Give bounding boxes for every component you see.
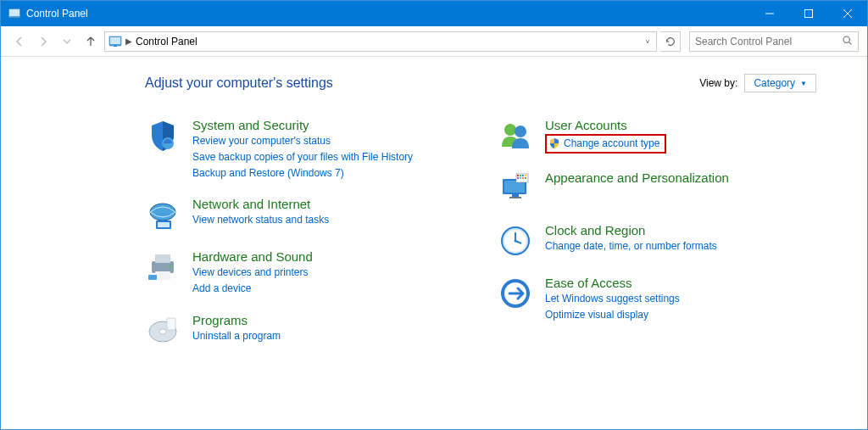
page-title: Adjust your computer's settings <box>145 75 333 91</box>
view-by-select[interactable]: Category ▼ <box>744 74 816 92</box>
category-link[interactable]: Add a device <box>192 282 313 296</box>
category-user-accounts: User Accounts Change account type <box>498 118 816 154</box>
shield-icon <box>145 118 181 154</box>
clock-icon <box>498 223 533 259</box>
svg-rect-35 <box>522 175 524 176</box>
svg-rect-25 <box>167 318 175 330</box>
svg-rect-9 <box>114 46 117 47</box>
category-link-change-account-type[interactable]: Change account type <box>564 137 659 151</box>
search-input[interactable] <box>695 36 831 47</box>
category-system-security: System and Security Review your computer… <box>145 118 464 180</box>
chevron-down-icon: ▼ <box>800 80 807 87</box>
category-columns: System and Security Review your computer… <box>145 118 816 366</box>
maximize-button[interactable] <box>789 1 828 26</box>
category-title[interactable]: Appearance and Personalization <box>545 170 729 185</box>
svg-point-26 <box>504 124 516 136</box>
titlebar-left: Control Panel <box>8 7 88 20</box>
category-link[interactable]: Uninstall a program <box>192 329 281 343</box>
category-title[interactable]: Ease of Access <box>545 276 680 290</box>
view-by-value: Category <box>754 77 795 89</box>
svg-rect-34 <box>520 175 521 176</box>
close-button[interactable] <box>828 1 867 26</box>
view-by-label: View by: <box>699 77 737 89</box>
highlighted-link-box: Change account type <box>545 134 666 154</box>
svg-rect-16 <box>158 222 170 227</box>
search-box[interactable] <box>689 31 859 52</box>
svg-rect-18 <box>155 254 170 263</box>
svg-point-24 <box>159 329 166 334</box>
svg-rect-38 <box>520 177 521 179</box>
category-title[interactable]: Network and Internet <box>192 197 329 211</box>
category-link[interactable]: View devices and printers <box>192 265 313 280</box>
category-link[interactable]: Review your computer's status <box>192 134 413 148</box>
category-title[interactable]: System and Security <box>192 118 413 132</box>
window-title: Control Panel <box>26 8 88 20</box>
category-appearance: Appearance and Personalization <box>498 170 816 206</box>
category-clock-region: Clock and Region Change date, time, or n… <box>498 223 816 259</box>
svg-point-27 <box>515 126 526 137</box>
header-row: Adjust your computer's settings View by:… <box>145 74 816 92</box>
address-bar[interactable]: ▶ Control Panel v <box>104 31 657 52</box>
svg-rect-8 <box>110 37 120 44</box>
address-dropdown[interactable]: v <box>643 37 653 45</box>
printer-icon <box>145 249 181 285</box>
category-title[interactable]: Programs <box>192 313 281 327</box>
svg-point-45 <box>515 240 517 243</box>
search-icon[interactable] <box>842 35 853 48</box>
category-link[interactable]: View network status and tasks <box>192 213 329 227</box>
category-link[interactable]: Let Windows suggest settings <box>545 292 680 306</box>
minimize-button[interactable] <box>750 1 789 26</box>
svg-rect-2 <box>13 18 16 19</box>
svg-rect-1 <box>9 9 19 16</box>
svg-rect-39 <box>522 177 524 179</box>
svg-rect-4 <box>805 10 813 18</box>
svg-point-20 <box>170 265 172 268</box>
recent-dropdown[interactable] <box>57 31 77 52</box>
titlebar: Control Panel <box>1 1 867 26</box>
category-link[interactable]: Backup and Restore (Windows 7) <box>192 166 413 181</box>
users-icon <box>498 118 533 154</box>
control-panel-icon <box>8 7 21 20</box>
column-right: User Accounts Change account type Appear… <box>498 118 816 366</box>
svg-rect-37 <box>517 177 519 179</box>
category-title[interactable]: Hardware and Sound <box>192 249 313 264</box>
breadcrumb-separator: ▶ <box>125 36 132 46</box>
svg-rect-40 <box>525 177 526 179</box>
content-pane: Adjust your computer's settings View by:… <box>1 57 867 383</box>
view-by: View by: Category ▼ <box>699 74 816 92</box>
svg-rect-36 <box>525 175 526 176</box>
svg-rect-31 <box>509 197 521 198</box>
network-icon <box>145 197 181 232</box>
svg-rect-19 <box>155 271 170 280</box>
category-link[interactable]: Change date, time, or number formats <box>545 239 717 254</box>
navbar: ▶ Control Panel v <box>1 26 867 57</box>
category-hardware: Hardware and Sound View devices and prin… <box>145 249 464 296</box>
forward-button[interactable] <box>33 31 53 52</box>
category-network: Network and Internet View network status… <box>145 197 464 232</box>
svg-line-11 <box>849 42 852 44</box>
svg-rect-33 <box>517 175 519 176</box>
category-link[interactable]: Save backup copies of your files with Fi… <box>192 150 413 165</box>
category-programs: Programs Uninstall a program <box>145 313 464 349</box>
titlebar-buttons <box>750 1 867 26</box>
back-button[interactable] <box>9 31 30 52</box>
uac-shield-icon <box>548 137 560 149</box>
disc-icon <box>145 313 181 349</box>
svg-rect-21 <box>148 275 157 280</box>
category-title[interactable]: Clock and Region <box>545 223 717 237</box>
control-panel-icon <box>108 35 122 48</box>
ease-of-access-icon <box>498 276 533 311</box>
column-left: System and Security Review your computer… <box>145 118 464 366</box>
category-link[interactable]: Optimize visual display <box>545 308 680 322</box>
svg-point-10 <box>843 36 849 42</box>
category-title[interactable]: User Accounts <box>545 118 666 132</box>
svg-rect-30 <box>512 194 519 197</box>
refresh-button[interactable] <box>660 31 681 52</box>
monitor-icon <box>498 170 533 206</box>
up-button[interactable] <box>81 31 101 52</box>
breadcrumb-location[interactable]: Control Panel <box>136 36 198 47</box>
category-ease-of-access: Ease of Access Let Windows suggest setti… <box>498 276 816 322</box>
